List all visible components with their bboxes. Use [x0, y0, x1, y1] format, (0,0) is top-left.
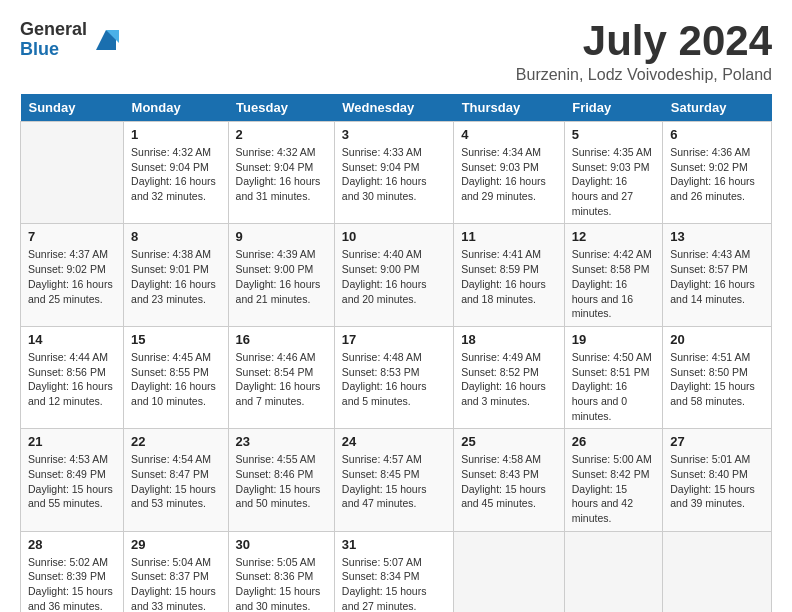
date-number: 12 [572, 229, 655, 244]
date-number: 23 [236, 434, 327, 449]
cell-info: Sunrise: 5:00 AM Sunset: 8:42 PM Dayligh… [572, 452, 655, 525]
location-title: Burzenin, Lodz Voivodeship, Poland [516, 66, 772, 84]
calendar-cell: 1Sunrise: 4:32 AM Sunset: 9:04 PM Daylig… [124, 122, 229, 224]
day-headers-row: SundayMondayTuesdayWednesdayThursdayFrid… [21, 94, 772, 122]
calendar-cell: 13Sunrise: 4:43 AM Sunset: 8:57 PM Dayli… [663, 224, 772, 326]
cell-info: Sunrise: 4:49 AM Sunset: 8:52 PM Dayligh… [461, 350, 557, 409]
date-number: 27 [670, 434, 764, 449]
calendar-cell: 20Sunrise: 4:51 AM Sunset: 8:50 PM Dayli… [663, 326, 772, 428]
cell-info: Sunrise: 4:41 AM Sunset: 8:59 PM Dayligh… [461, 247, 557, 306]
calendar-cell: 16Sunrise: 4:46 AM Sunset: 8:54 PM Dayli… [228, 326, 334, 428]
cell-info: Sunrise: 4:32 AM Sunset: 9:04 PM Dayligh… [131, 145, 221, 204]
calendar-cell: 18Sunrise: 4:49 AM Sunset: 8:52 PM Dayli… [454, 326, 565, 428]
calendar-cell: 24Sunrise: 4:57 AM Sunset: 8:45 PM Dayli… [334, 429, 453, 531]
date-number: 1 [131, 127, 221, 142]
calendar-cell: 27Sunrise: 5:01 AM Sunset: 8:40 PM Dayli… [663, 429, 772, 531]
cell-info: Sunrise: 4:42 AM Sunset: 8:58 PM Dayligh… [572, 247, 655, 320]
cell-info: Sunrise: 4:57 AM Sunset: 8:45 PM Dayligh… [342, 452, 446, 511]
date-number: 28 [28, 537, 116, 552]
day-header-wednesday: Wednesday [334, 94, 453, 122]
week-row-4: 21Sunrise: 4:53 AM Sunset: 8:49 PM Dayli… [21, 429, 772, 531]
calendar-cell: 17Sunrise: 4:48 AM Sunset: 8:53 PM Dayli… [334, 326, 453, 428]
cell-info: Sunrise: 5:05 AM Sunset: 8:36 PM Dayligh… [236, 555, 327, 612]
date-number: 11 [461, 229, 557, 244]
date-number: 30 [236, 537, 327, 552]
cell-info: Sunrise: 4:39 AM Sunset: 9:00 PM Dayligh… [236, 247, 327, 306]
date-number: 19 [572, 332, 655, 347]
week-row-3: 14Sunrise: 4:44 AM Sunset: 8:56 PM Dayli… [21, 326, 772, 428]
cell-info: Sunrise: 4:48 AM Sunset: 8:53 PM Dayligh… [342, 350, 446, 409]
calendar-cell: 8Sunrise: 4:38 AM Sunset: 9:01 PM Daylig… [124, 224, 229, 326]
calendar-cell [454, 531, 565, 612]
month-title: July 2024 [516, 20, 772, 62]
date-number: 3 [342, 127, 446, 142]
calendar-cell: 14Sunrise: 4:44 AM Sunset: 8:56 PM Dayli… [21, 326, 124, 428]
day-header-friday: Friday [564, 94, 662, 122]
calendar-cell: 10Sunrise: 4:40 AM Sunset: 9:00 PM Dayli… [334, 224, 453, 326]
cell-info: Sunrise: 4:38 AM Sunset: 9:01 PM Dayligh… [131, 247, 221, 306]
cell-info: Sunrise: 4:37 AM Sunset: 9:02 PM Dayligh… [28, 247, 116, 306]
calendar-cell: 23Sunrise: 4:55 AM Sunset: 8:46 PM Dayli… [228, 429, 334, 531]
week-row-5: 28Sunrise: 5:02 AM Sunset: 8:39 PM Dayli… [21, 531, 772, 612]
calendar-table: SundayMondayTuesdayWednesdayThursdayFrid… [20, 94, 772, 612]
cell-info: Sunrise: 4:51 AM Sunset: 8:50 PM Dayligh… [670, 350, 764, 409]
date-number: 26 [572, 434, 655, 449]
date-number: 5 [572, 127, 655, 142]
date-number: 9 [236, 229, 327, 244]
calendar-cell: 19Sunrise: 4:50 AM Sunset: 8:51 PM Dayli… [564, 326, 662, 428]
header: General Blue July 2024 Burzenin, Lodz Vo… [20, 20, 772, 84]
cell-info: Sunrise: 4:55 AM Sunset: 8:46 PM Dayligh… [236, 452, 327, 511]
calendar-cell: 26Sunrise: 5:00 AM Sunset: 8:42 PM Dayli… [564, 429, 662, 531]
cell-info: Sunrise: 4:45 AM Sunset: 8:55 PM Dayligh… [131, 350, 221, 409]
calendar-cell: 31Sunrise: 5:07 AM Sunset: 8:34 PM Dayli… [334, 531, 453, 612]
date-number: 22 [131, 434, 221, 449]
calendar-cell: 15Sunrise: 4:45 AM Sunset: 8:55 PM Dayli… [124, 326, 229, 428]
cell-info: Sunrise: 4:46 AM Sunset: 8:54 PM Dayligh… [236, 350, 327, 409]
date-number: 2 [236, 127, 327, 142]
calendar-body: 1Sunrise: 4:32 AM Sunset: 9:04 PM Daylig… [21, 122, 772, 613]
cell-info: Sunrise: 4:53 AM Sunset: 8:49 PM Dayligh… [28, 452, 116, 511]
cell-info: Sunrise: 4:44 AM Sunset: 8:56 PM Dayligh… [28, 350, 116, 409]
date-number: 14 [28, 332, 116, 347]
calendar-cell: 29Sunrise: 5:04 AM Sunset: 8:37 PM Dayli… [124, 531, 229, 612]
day-header-sunday: Sunday [21, 94, 124, 122]
date-number: 29 [131, 537, 221, 552]
calendar-cell: 12Sunrise: 4:42 AM Sunset: 8:58 PM Dayli… [564, 224, 662, 326]
calendar-cell: 3Sunrise: 4:33 AM Sunset: 9:04 PM Daylig… [334, 122, 453, 224]
date-number: 18 [461, 332, 557, 347]
calendar-cell: 21Sunrise: 4:53 AM Sunset: 8:49 PM Dayli… [21, 429, 124, 531]
day-header-thursday: Thursday [454, 94, 565, 122]
cell-info: Sunrise: 5:07 AM Sunset: 8:34 PM Dayligh… [342, 555, 446, 612]
logo-icon [91, 25, 121, 55]
calendar-cell: 6Sunrise: 4:36 AM Sunset: 9:02 PM Daylig… [663, 122, 772, 224]
day-header-saturday: Saturday [663, 94, 772, 122]
date-number: 24 [342, 434, 446, 449]
cell-info: Sunrise: 4:58 AM Sunset: 8:43 PM Dayligh… [461, 452, 557, 511]
calendar-cell [663, 531, 772, 612]
date-number: 7 [28, 229, 116, 244]
day-header-monday: Monday [124, 94, 229, 122]
day-header-tuesday: Tuesday [228, 94, 334, 122]
cell-info: Sunrise: 4:33 AM Sunset: 9:04 PM Dayligh… [342, 145, 446, 204]
calendar-cell: 5Sunrise: 4:35 AM Sunset: 9:03 PM Daylig… [564, 122, 662, 224]
calendar-cell [564, 531, 662, 612]
calendar-cell: 11Sunrise: 4:41 AM Sunset: 8:59 PM Dayli… [454, 224, 565, 326]
calendar-cell: 30Sunrise: 5:05 AM Sunset: 8:36 PM Dayli… [228, 531, 334, 612]
cell-info: Sunrise: 4:32 AM Sunset: 9:04 PM Dayligh… [236, 145, 327, 204]
calendar-cell: 25Sunrise: 4:58 AM Sunset: 8:43 PM Dayli… [454, 429, 565, 531]
week-row-2: 7Sunrise: 4:37 AM Sunset: 9:02 PM Daylig… [21, 224, 772, 326]
date-number: 13 [670, 229, 764, 244]
date-number: 10 [342, 229, 446, 244]
date-number: 16 [236, 332, 327, 347]
cell-info: Sunrise: 4:40 AM Sunset: 9:00 PM Dayligh… [342, 247, 446, 306]
logo: General Blue [20, 20, 121, 60]
cell-info: Sunrise: 4:35 AM Sunset: 9:03 PM Dayligh… [572, 145, 655, 218]
cell-info: Sunrise: 5:04 AM Sunset: 8:37 PM Dayligh… [131, 555, 221, 612]
date-number: 6 [670, 127, 764, 142]
date-number: 4 [461, 127, 557, 142]
cell-info: Sunrise: 4:34 AM Sunset: 9:03 PM Dayligh… [461, 145, 557, 204]
cell-info: Sunrise: 4:54 AM Sunset: 8:47 PM Dayligh… [131, 452, 221, 511]
logo-blue: Blue [20, 40, 87, 60]
date-number: 8 [131, 229, 221, 244]
calendar-cell: 9Sunrise: 4:39 AM Sunset: 9:00 PM Daylig… [228, 224, 334, 326]
